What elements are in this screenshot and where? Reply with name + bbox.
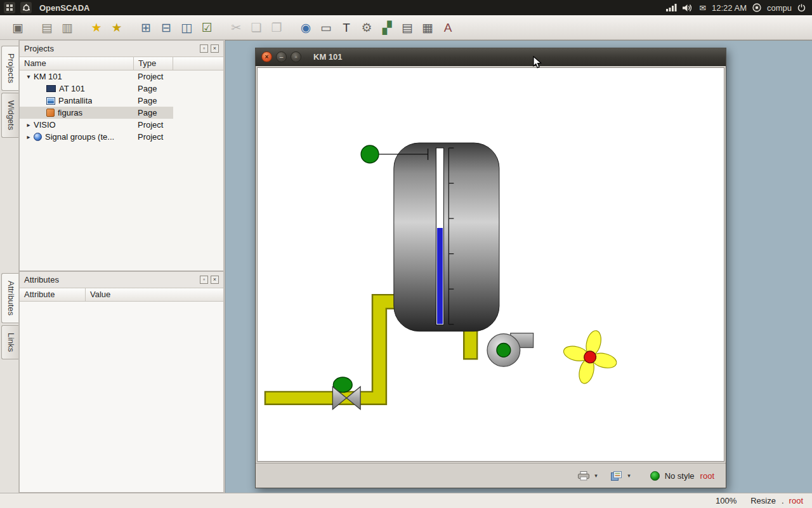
form-elements-icon: ▭	[320, 22, 332, 34]
elementary-figures-button[interactable]: ◉	[296, 18, 316, 37]
function-values-button[interactable]: A	[438, 18, 458, 37]
side-tab-projects[interactable]: Projects	[1, 46, 18, 91]
style-label: No style	[665, 471, 695, 481]
power-icon[interactable]	[797, 4, 806, 12]
tree-expand-arrow[interactable]: ▾	[23, 73, 34, 80]
network-signal-icon[interactable]	[666, 4, 677, 11]
tank[interactable]	[394, 143, 499, 331]
app-title: OpenSCADA	[39, 3, 89, 13]
function-values-icon: A	[444, 22, 452, 34]
tank-top-lamp[interactable]	[361, 145, 379, 163]
tree-row-at-101[interactable]: AT 101Page	[20, 83, 173, 95]
session-user[interactable]: compu	[767, 3, 792, 13]
delete-visual-item-icon: ⊟	[161, 22, 171, 34]
tree-row-figuras[interactable]: figurasPage	[20, 107, 173, 119]
delete-visual-item-button[interactable]: ⊟	[156, 18, 176, 37]
edit-mode-label[interactable]: Resize	[750, 496, 776, 505]
projects-panel-header: Projects ▫ ×	[20, 41, 223, 57]
paste-button[interactable]: ❐	[266, 18, 287, 37]
attributes-dock-buttons: ▫ ×	[200, 276, 219, 284]
diagram-widget-button[interactable]: ▞	[377, 18, 397, 37]
toolbar-separator	[77, 20, 86, 35]
new-project-button[interactable]: ★	[86, 18, 107, 37]
session-indicator-icon[interactable]	[752, 3, 761, 12]
pump[interactable]	[487, 333, 534, 367]
paste-icon: ❐	[271, 22, 282, 34]
tree-row-visio[interactable]: ▸VISIOProject	[20, 119, 173, 131]
dock-float-button[interactable]: ▫	[200, 44, 208, 53]
dock-float-button[interactable]: ▫	[200, 276, 208, 284]
print-view-button[interactable]	[575, 468, 592, 483]
document-widget-button[interactable]: ▦	[417, 18, 438, 37]
left-tab-group-bottom: AttributesLinks	[1, 273, 18, 359]
cut-button[interactable]: ✂	[226, 18, 246, 37]
protocol-widget-icon: ▤	[402, 22, 413, 34]
window-controls: ×–▫	[261, 51, 305, 62]
column-header-name[interactable]: Name	[20, 57, 134, 70]
add-visual-item-icon: ⊞	[141, 22, 151, 34]
copy-button[interactable]: ❏	[246, 18, 266, 37]
form-elements-button[interactable]: ▭	[316, 18, 336, 37]
column-header-attribute[interactable]: Attribute	[20, 288, 86, 301]
visual-item-properties-icon: ◫	[181, 22, 192, 34]
screen: OpenSCADA ✉ 12:22 AM compu	[0, 0, 812, 508]
tree-row-signal-groups-te[interactable]: ▸Signal groups (te...Project	[20, 131, 173, 143]
edit-visual-item-button[interactable]: ☑	[197, 18, 217, 37]
km101-window[interactable]: ×–▫ KM 101	[255, 48, 726, 488]
circle-of-friends-icon	[22, 4, 30, 12]
export-view-button[interactable]	[608, 468, 625, 483]
attributes-columns-header: Attribute Value	[20, 288, 223, 302]
clock[interactable]: 12:22 AM	[712, 3, 747, 13]
load-from-db-button[interactable]: ▤	[37, 18, 57, 37]
new-widget-library-button[interactable]: ★	[107, 18, 127, 37]
at-101-icon	[46, 85, 56, 92]
side-tab-links[interactable]: Links	[1, 325, 18, 359]
print-dropdown-caret[interactable]: ▾	[592, 472, 601, 479]
mail-indicator-icon[interactable]: ✉	[699, 4, 706, 12]
zoom-level[interactable]: 100%	[716, 496, 737, 505]
export-dropdown-caret[interactable]: ▾	[625, 472, 634, 479]
app-menu-icon[interactable]	[4, 2, 15, 13]
column-header-value[interactable]: Value	[86, 288, 223, 301]
print-button[interactable]: ▣	[8, 18, 28, 37]
minimize-button[interactable]: –	[276, 51, 287, 62]
dock-close-button[interactable]: ×	[211, 44, 219, 53]
tree-expand-arrow[interactable]: ▸	[23, 133, 34, 140]
column-header-filler	[173, 57, 223, 70]
mdi-area: ×–▫ KM 101	[225, 40, 812, 493]
visual-item-properties-button[interactable]: ◫	[176, 18, 197, 37]
media-widget-button[interactable]: ⚙	[357, 18, 377, 37]
printer-icon	[578, 471, 589, 481]
scada-canvas[interactable]	[257, 67, 724, 462]
window-user-label: root	[700, 471, 714, 481]
edit-visual-item-icon: ☑	[201, 22, 212, 34]
mouse-cursor	[533, 56, 542, 69]
maximize-button[interactable]: ▫	[291, 51, 301, 62]
signal-groups-te-icon	[34, 133, 42, 141]
tree-expand-arrow[interactable]: ▸	[23, 121, 34, 128]
side-tab-attributes[interactable]: Attributes	[1, 273, 18, 323]
close-button[interactable]: ×	[261, 51, 272, 62]
outlet-pipe[interactable]	[464, 330, 477, 359]
save-to-db-button[interactable]: ▥	[57, 18, 77, 37]
attributes-table-body[interactable]	[20, 302, 223, 492]
side-tab-widgets[interactable]: Widgets	[1, 93, 18, 138]
projects-tree-body[interactable]: ▾KM 101ProjectAT 101PagePantallitaPagefi…	[20, 70, 223, 271]
dock-close-button[interactable]: ×	[211, 276, 219, 284]
tree-cell-name: ▸Signal groups (te...	[20, 132, 134, 142]
projects-panel-title: Projects	[24, 44, 54, 53]
window-titlebar[interactable]: ×–▫ KM 101	[256, 48, 726, 66]
fan[interactable]	[557, 324, 623, 390]
volume-icon[interactable]	[683, 4, 693, 12]
protocol-widget-button[interactable]: ▤	[397, 18, 417, 37]
ubuntu-logo-icon[interactable]	[20, 2, 32, 13]
inlet-pipe[interactable]	[265, 295, 398, 404]
tree-row-km-101[interactable]: ▾KM 101Project	[20, 70, 173, 83]
add-visual-item-button[interactable]: ⊞	[136, 18, 156, 37]
column-header-type[interactable]: Type	[134, 57, 173, 70]
tree-row-pantallita[interactable]: PantallitaPage	[20, 95, 173, 107]
tree-cell-name: AT 101	[20, 84, 134, 93]
status-user[interactable]: root	[789, 496, 803, 505]
text-widget-button[interactable]: T	[336, 18, 357, 37]
tree-cell-name: figuras	[20, 108, 134, 117]
